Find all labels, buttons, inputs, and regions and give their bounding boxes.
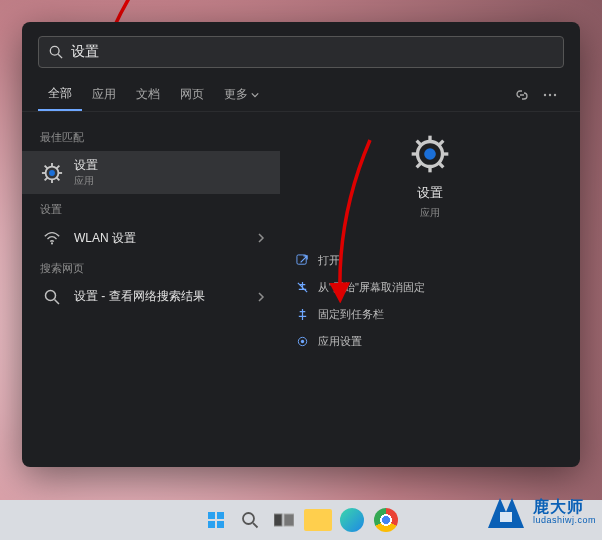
tab-all[interactable]: 全部 bbox=[38, 78, 82, 111]
svg-line-36 bbox=[253, 523, 258, 528]
gear-icon bbox=[410, 134, 450, 174]
watermark-logo-icon bbox=[482, 492, 530, 532]
svg-point-0 bbox=[50, 46, 59, 55]
detail-column: 设置 应用 打开 从"开始"屏幕取消固定 固定到任务栏 应用 bbox=[280, 112, 580, 467]
actions-list: 打开 从"开始"屏幕取消固定 固定到任务栏 应用设置 bbox=[294, 250, 566, 352]
svg-line-1 bbox=[58, 54, 62, 58]
taskbar-explorer-button[interactable] bbox=[304, 506, 332, 534]
result-web-search[interactable]: 设置 - 查看网络搜索结果 bbox=[22, 282, 280, 311]
action-unpin-start[interactable]: 从"开始"屏幕取消固定 bbox=[294, 277, 566, 298]
tabs-row: 全部 应用 文档 网页 更多 bbox=[22, 78, 580, 112]
more-icon[interactable] bbox=[536, 87, 564, 103]
result-title: 设置 bbox=[74, 157, 98, 174]
search-input[interactable]: 设置 bbox=[38, 36, 564, 68]
svg-point-2 bbox=[544, 93, 546, 95]
watermark: 鹿大师 ludashiwj.com bbox=[482, 492, 596, 532]
taskbar-chrome-button[interactable] bbox=[372, 506, 400, 534]
svg-rect-32 bbox=[217, 512, 224, 519]
open-icon bbox=[294, 254, 310, 267]
section-best-match: 最佳匹配 bbox=[22, 124, 280, 149]
tab-apps[interactable]: 应用 bbox=[82, 78, 126, 111]
result-sub: 应用 bbox=[74, 174, 98, 188]
action-app-settings[interactable]: 应用设置 bbox=[294, 331, 566, 352]
unpin-icon bbox=[294, 281, 310, 294]
gear-icon bbox=[294, 335, 310, 348]
chevron-right-icon bbox=[256, 233, 266, 243]
pin-icon bbox=[294, 308, 310, 321]
section-web: 搜索网页 bbox=[22, 255, 280, 280]
svg-rect-33 bbox=[208, 521, 215, 528]
search-panel: 设置 全部 应用 文档 网页 更多 最佳匹配 设置 应 bbox=[22, 22, 580, 467]
section-settings: 设置 bbox=[22, 196, 280, 221]
svg-point-5 bbox=[49, 170, 55, 176]
svg-rect-34 bbox=[217, 521, 224, 528]
svg-line-24 bbox=[439, 163, 443, 167]
svg-line-17 bbox=[55, 299, 60, 304]
svg-line-25 bbox=[417, 163, 421, 167]
svg-point-4 bbox=[554, 93, 556, 95]
tab-documents[interactable]: 文档 bbox=[126, 78, 170, 111]
svg-line-23 bbox=[417, 141, 421, 145]
chevron-down-icon bbox=[251, 91, 259, 99]
svg-point-30 bbox=[300, 340, 303, 343]
result-wlan-settings[interactable]: WLAN 设置 bbox=[22, 223, 280, 253]
svg-rect-38 bbox=[284, 514, 294, 526]
watermark-name: 鹿大师 bbox=[533, 499, 596, 516]
svg-rect-31 bbox=[208, 512, 215, 519]
start-button[interactable] bbox=[202, 506, 230, 534]
svg-line-26 bbox=[439, 141, 443, 145]
search-icon bbox=[49, 45, 63, 59]
tab-web[interactable]: 网页 bbox=[170, 78, 214, 111]
svg-point-15 bbox=[51, 242, 53, 244]
app-hero: 设置 应用 bbox=[294, 128, 566, 220]
action-pin-taskbar[interactable]: 固定到任务栏 bbox=[294, 304, 566, 325]
taskbar-search-button[interactable] bbox=[236, 506, 264, 534]
watermark-domain: ludashiwj.com bbox=[533, 516, 596, 525]
chevron-right-icon bbox=[256, 292, 266, 302]
app-subtitle: 应用 bbox=[420, 206, 440, 220]
gear-icon bbox=[40, 162, 64, 184]
tab-more[interactable]: 更多 bbox=[214, 78, 269, 111]
svg-point-3 bbox=[549, 93, 551, 95]
taskbar-task-view-button[interactable] bbox=[270, 506, 298, 534]
svg-point-16 bbox=[46, 290, 56, 300]
search-icon bbox=[40, 289, 64, 305]
svg-rect-39 bbox=[500, 512, 512, 522]
svg-rect-37 bbox=[274, 514, 282, 526]
search-text: 设置 bbox=[71, 43, 99, 61]
result-settings-app[interactable]: 设置 应用 bbox=[22, 151, 280, 194]
action-open[interactable]: 打开 bbox=[294, 250, 566, 271]
link-icon[interactable] bbox=[508, 87, 536, 103]
results-column: 最佳匹配 设置 应用 设置 WLAN 设置 搜索网 bbox=[22, 112, 280, 467]
svg-point-27 bbox=[424, 148, 436, 160]
app-title: 设置 bbox=[417, 184, 443, 202]
wifi-icon bbox=[40, 229, 64, 247]
svg-point-35 bbox=[243, 513, 254, 524]
taskbar-edge-button[interactable] bbox=[338, 506, 366, 534]
